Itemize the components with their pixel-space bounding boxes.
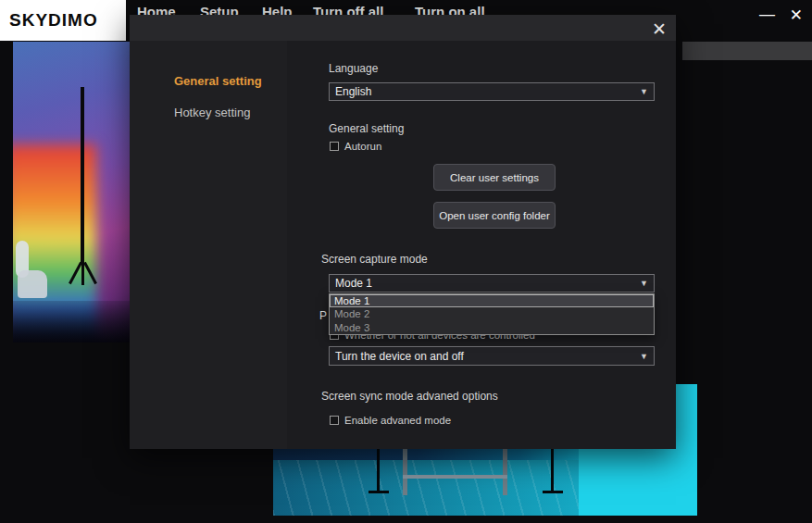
desk-leg [503, 444, 507, 495]
window-close-icon[interactable]: ✕ [790, 6, 803, 25]
chevron-down-icon: ▼ [640, 87, 648, 96]
corner-lamp-photo [13, 42, 130, 342]
enable-advanced-row: Enable advaned mode [330, 415, 451, 426]
power-mode-select[interactable]: Turn the device on and off ▼ [329, 346, 655, 366]
dropdown-option-mode1[interactable]: Mode 1 [330, 294, 654, 307]
sync-options-label: Screen sync mode advaned options [321, 390, 498, 403]
power-section-label-partial: P [319, 309, 327, 322]
chevron-down-icon: ▼ [640, 279, 648, 288]
screen-capture-mode-select[interactable]: Mode 1 ▼ [329, 274, 655, 293]
language-select-value: English [335, 85, 371, 98]
nav-general-setting[interactable]: General setting [174, 74, 262, 88]
desk-shelf [403, 475, 507, 479]
dropdown-option-mode3[interactable]: Mode 3 [330, 321, 654, 334]
language-select[interactable]: English ▼ [329, 82, 655, 101]
settings-dialog: ✕ General setting Hotkey setting Languag… [130, 15, 676, 449]
open-user-config-folder-button[interactable]: Open user config folder [433, 202, 556, 229]
general-setting-label: General setting [329, 122, 404, 135]
enable-advanced-checkbox[interactable] [330, 416, 339, 425]
autorun-row: Autorun [330, 141, 381, 152]
dialog-close-icon[interactable]: ✕ [652, 19, 667, 40]
power-mode-value: Turn the device on and off [335, 350, 464, 363]
scene-lamp-base [369, 491, 389, 493]
photo-floor-shadow [13, 301, 130, 343]
autorun-label: Autorun [344, 141, 381, 152]
app-logo-text: SKYDIMO [9, 10, 98, 31]
nav-hotkey-setting[interactable]: Hotkey setting [174, 106, 250, 119]
lamp-pole [81, 87, 84, 265]
desk-leg [403, 444, 407, 495]
dialog-titlebar [130, 15, 676, 41]
language-label: Language [329, 62, 378, 75]
capture-mode-dropdown-list: Mode 1 Mode 2 Mode 3 [329, 293, 655, 335]
screen-capture-mode-value: Mode 1 [335, 277, 372, 290]
right-panel-header [682, 42, 812, 60]
chair [18, 270, 47, 298]
minimize-icon[interactable]: — [759, 6, 775, 24]
screen-capture-mode-label: Screen capture mode [321, 253, 428, 266]
app-logo: SKYDIMO [0, 0, 126, 41]
scene-lamp-base [543, 491, 563, 493]
scene-floor [273, 460, 579, 516]
chevron-down-icon: ▼ [640, 352, 648, 361]
dialog-sidebar: General setting Hotkey setting [130, 41, 287, 449]
app-window: SKYDIMO Home Setup Help Turn off all Tur… [0, 0, 812, 523]
enable-advanced-label: Enable advaned mode [344, 415, 451, 426]
dropdown-option-mode2[interactable]: Mode 2 [330, 307, 654, 320]
autorun-checkbox[interactable] [330, 142, 339, 151]
clear-user-settings-button[interactable]: Clear user settings [433, 164, 556, 191]
